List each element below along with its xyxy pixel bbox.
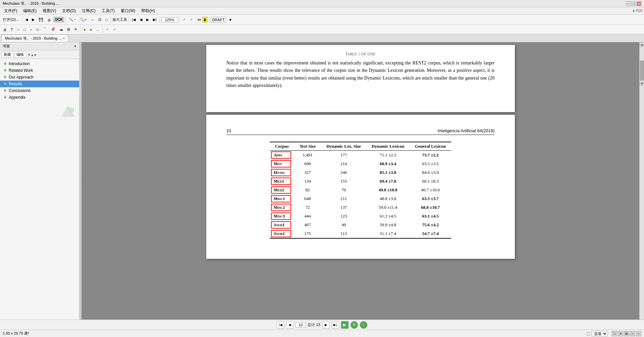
sidebar-item-results[interactable]: ⚘ Results	[0, 81, 79, 87]
draft-btn[interactable]: DRAFT	[211, 17, 226, 23]
sidebar-item-label: Related Work	[9, 68, 33, 73]
tb2-snap[interactable]: ⊞	[65, 26, 72, 33]
status-icon-3: ⊞	[624, 331, 629, 336]
marker-btn[interactable]: ▮	[202, 17, 208, 22]
minimize-btn[interactable]: ─	[626, 1, 631, 6]
tb2-cloud[interactable]: ☁	[58, 26, 65, 33]
tb2-print[interactable]: 🖨	[1, 27, 8, 33]
sidebar-new-btn[interactable]: 新建	[1, 51, 13, 58]
zoom-in-btn[interactable]: 🔍+	[78, 16, 88, 23]
menu-comment[interactable]: 注释(C)	[79, 7, 98, 14]
stamp-dropdown[interactable]: ▼	[227, 17, 234, 23]
save-btn[interactable]: 💾	[37, 16, 45, 23]
menu-tools[interactable]: 工具(T)	[99, 7, 117, 14]
menu-doc[interactable]: 文档(D)	[59, 7, 78, 14]
main-layout: 书签 × 新建 编辑 ▾ ▴ ▸ ⚘ Introduction ⚘ Relate…	[0, 42, 644, 320]
dyn-lex-cell: 49.0 ±10.8	[366, 186, 410, 194]
gen-lex-cell: 63.1 ±4.5	[410, 212, 451, 221]
tb2-poly[interactable]: ◇	[35, 26, 41, 33]
sidebar-item-our-approach[interactable]: ⚘ Our Approach	[0, 74, 79, 81]
gen-lex-cell: 75.6 ±4.2	[410, 221, 451, 229]
gen-lex-cell: 73.7 ±2.2	[410, 151, 451, 160]
pdf-page-10: 10 Inteligencia Artificial 64(2019) Corp…	[206, 115, 515, 259]
next-page-btn-top[interactable]: ▶	[145, 16, 151, 23]
zoom-out-btn[interactable]: 🔍−	[67, 16, 77, 23]
menu-file[interactable]: 文件(F)	[1, 7, 20, 14]
tb2-track[interactable]: ✓	[111, 26, 118, 33]
nav-info-btn[interactable]: i	[360, 321, 367, 329]
print-btn[interactable]: 🖨	[46, 17, 53, 23]
tb2-color1[interactable]: ●	[82, 27, 88, 33]
nav-first-page[interactable]: |◀	[277, 321, 284, 329]
tb2-more[interactable]: …	[94, 27, 101, 33]
tb2-callout[interactable]: 📌	[49, 26, 57, 33]
ocr-btn[interactable]: OCR	[53, 17, 64, 22]
sidebar-header: 书签 ×	[0, 42, 79, 50]
status-select[interactable]: 选项	[592, 331, 608, 336]
sidebar-item-conclusions[interactable]: ⚘ Conclusions	[0, 87, 79, 94]
nav-next-page[interactable]: ▶	[322, 321, 330, 329]
status-icon-5: ↕	[636, 331, 641, 336]
tb2-rect[interactable]: □	[22, 27, 28, 33]
tb2-eraser[interactable]: ✕	[72, 26, 79, 33]
scroll-down-btn[interactable]: ▼	[640, 81, 644, 86]
sidebar-item-related-work[interactable]: ⚘ Related Work	[0, 67, 79, 74]
table-row: Hotel32724685.1 ±3.884.6 ±3.9	[270, 168, 451, 177]
results-icon: ⚘	[3, 82, 7, 86]
maximize-btn[interactable]: □	[631, 1, 636, 6]
zoom-input[interactable]	[161, 17, 178, 22]
tb2-color2[interactable]: ●	[88, 27, 94, 33]
scrollbar[interactable]: ▲ ▼	[639, 42, 644, 320]
actual-size-btn[interactable]: □	[104, 17, 109, 23]
menu-window[interactable]: 窗口(W)	[118, 7, 138, 14]
tb2-refine[interactable]: ✓	[104, 26, 111, 33]
gen-lex-cell: 63.5 ±3.5	[410, 159, 451, 168]
menu-help[interactable]: 帮助(H)	[139, 7, 158, 14]
tb2-circle[interactable]: ○	[28, 27, 34, 33]
first-page-btn[interactable]: |◀	[130, 16, 137, 23]
page-9-text: Notice that in most cases the improvemen…	[226, 59, 495, 90]
prev-page-btn[interactable]: ◀	[138, 16, 144, 23]
tb2-arc[interactable]: ⌒	[41, 26, 48, 33]
dyn-lex-cell: 59.9 ±4.8	[366, 221, 410, 229]
nav-prev-page[interactable]: ◀	[286, 321, 293, 329]
fit-page-btn[interactable]: ⊡	[97, 16, 103, 23]
scroll-thumb[interactable]	[640, 60, 644, 81]
menu-view[interactable]: 视图(V)	[40, 7, 59, 14]
sidebar-item-introduction[interactable]: ⚘ Introduction	[0, 60, 79, 67]
close-btn[interactable]: ×	[637, 1, 641, 6]
doc-tab[interactable]: Mechulam 等。- 2019 - Building ... ×	[1, 35, 68, 42]
nav-page-input[interactable]	[296, 322, 306, 328]
fit-width-btn[interactable]: ↔	[89, 17, 96, 23]
forward-btn[interactable]: ▶	[30, 16, 36, 23]
zoom-tool-label: 放大工具	[112, 17, 127, 22]
results-table: Corpus Test Size Dynamic Lex. Size Dynam…	[270, 142, 451, 239]
tb2-type[interactable]: T	[9, 27, 15, 33]
conclusions-icon: ⚘	[3, 88, 7, 93]
download-pdf-icon: ⬇ PDF	[632, 9, 643, 13]
toolbar-1: 打开(O)... ◀ ▶ 💾 🖨 OCR 🔍− 🔍+ ↔ ⊡ □ 放大工具 |◀…	[0, 15, 644, 25]
dyn-lex-cell: 61.2 ±4.5	[366, 212, 410, 221]
status-icon-2: ≡	[618, 331, 623, 336]
markup-btn[interactable]: ✓	[188, 16, 195, 23]
test-size-cell: 1,491	[294, 151, 321, 160]
open-btn[interactable]: 打开(O)...	[1, 16, 20, 23]
corpus-cell: Apps	[270, 151, 294, 160]
sidebar-close-icon[interactable]: ×	[74, 44, 76, 49]
pdf-viewer[interactable]: TABLE 1 OF ONE Notice that in most cases…	[82, 42, 639, 320]
nav-play-btn[interactable]: ▶	[341, 321, 348, 329]
scroll-up-btn[interactable]: ▲	[640, 42, 644, 47]
page-number-left: 10	[226, 128, 231, 133]
tb2-line[interactable]: ─	[15, 27, 21, 33]
sidebar-edit-btn[interactable]: 编辑	[14, 51, 26, 58]
tab-close-btn[interactable]: ×	[63, 37, 65, 40]
menu-edit[interactable]: 编辑(E)	[20, 7, 39, 14]
sidebar-item-appendix[interactable]: ⚘ Appendix	[0, 94, 79, 101]
nav-reload-btn[interactable]: ↻	[351, 321, 358, 329]
last-page-btn[interactable]: ▶|	[151, 16, 158, 23]
highlight-btn[interactable]: ✓	[181, 16, 187, 23]
nav-last-page[interactable]: ▶|	[332, 321, 339, 329]
back-btn[interactable]: ◀	[23, 16, 30, 23]
dyn-lex-size-cell: 123	[321, 212, 366, 221]
corpus-cell: Jour2	[270, 229, 294, 238]
